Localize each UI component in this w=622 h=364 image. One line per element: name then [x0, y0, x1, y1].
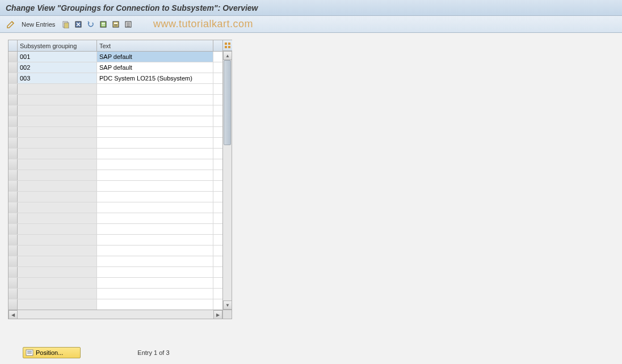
cell-subsystem-id[interactable]: 002 [18, 62, 97, 73]
table-row[interactable] [9, 84, 222, 95]
position-button[interactable]: Position... [23, 347, 81, 358]
cell-text[interactable] [97, 127, 213, 137]
table-row[interactable] [9, 105, 222, 116]
cell-text[interactable] [97, 105, 213, 116]
cell-text[interactable] [97, 278, 213, 288]
cell-subsystem-id[interactable] [18, 149, 97, 159]
cell-subsystem-id[interactable] [18, 127, 97, 137]
edit-icon[interactable] [6, 19, 16, 29]
cell-text[interactable] [97, 202, 213, 213]
cell-subsystem-id[interactable] [18, 84, 97, 94]
cell-subsystem-id[interactable] [18, 159, 97, 170]
horizontal-scrollbar[interactable]: ◀ ▶ [9, 310, 222, 319]
table-row[interactable] [9, 289, 222, 299]
vertical-scrollbar[interactable]: ▲ ▼ [222, 40, 232, 319]
scroll-track-horizontal[interactable] [18, 310, 213, 319]
row-selector[interactable] [9, 52, 18, 62]
table-row[interactable] [9, 159, 222, 170]
cell-text[interactable] [97, 116, 213, 126]
cell-text[interactable] [97, 213, 213, 223]
cell-subsystem-id[interactable]: 001 [18, 52, 97, 62]
row-selector[interactable] [9, 138, 18, 148]
table-row[interactable] [9, 116, 222, 127]
cell-text[interactable] [97, 84, 213, 94]
cell-subsystem-id[interactable] [18, 213, 97, 223]
table-settings-icon[interactable] [223, 40, 232, 51]
row-selector[interactable] [9, 267, 18, 277]
row-selector[interactable] [9, 170, 18, 180]
table-row[interactable] [9, 202, 222, 213]
scroll-thumb[interactable] [224, 60, 231, 145]
cell-subsystem-id[interactable] [18, 105, 97, 116]
table-row[interactable] [9, 138, 222, 149]
row-selector[interactable] [9, 278, 18, 288]
cell-text[interactable] [97, 159, 213, 170]
table-row[interactable] [9, 278, 222, 289]
cell-subsystem-id[interactable] [18, 181, 97, 191]
table-row[interactable] [9, 246, 222, 256]
table-row[interactable] [9, 267, 222, 278]
table-row[interactable] [9, 235, 222, 246]
cell-text[interactable] [97, 299, 213, 310]
row-selector[interactable] [9, 213, 18, 223]
cell-text[interactable]: SAP default [97, 62, 213, 73]
scroll-down-button[interactable]: ▼ [223, 300, 232, 310]
cell-subsystem-id[interactable] [18, 192, 97, 202]
cell-subsystem-id[interactable] [18, 289, 97, 299]
col-header-subsystem[interactable]: Subsystem grouping [18, 40, 97, 51]
table-row[interactable] [9, 95, 222, 105]
row-selector[interactable] [9, 127, 18, 137]
row-selector[interactable] [9, 62, 18, 73]
table-row[interactable]: 003PDC System LO215 (Subsystem) [9, 73, 222, 84]
cell-subsystem-id[interactable] [18, 278, 97, 288]
row-selector[interactable] [9, 192, 18, 202]
row-selector[interactable] [9, 84, 18, 94]
cell-subsystem-id[interactable] [18, 299, 97, 310]
cell-subsystem-id[interactable] [18, 170, 97, 180]
table-row[interactable] [9, 256, 222, 267]
cell-subsystem-id[interactable] [18, 116, 97, 126]
cell-text[interactable] [97, 181, 213, 191]
deselect-all-icon[interactable] [123, 19, 133, 29]
cell-subsystem-id[interactable] [18, 267, 97, 277]
cell-text[interactable] [97, 170, 213, 180]
row-selector[interactable] [9, 235, 18, 245]
cell-text[interactable] [97, 192, 213, 202]
cell-text[interactable]: PDC System LO215 (Subsystem) [97, 73, 213, 83]
row-selector[interactable] [9, 224, 18, 234]
cell-subsystem-id[interactable] [18, 246, 97, 256]
table-row[interactable] [9, 170, 222, 181]
row-selector[interactable] [9, 116, 18, 126]
row-selector[interactable] [9, 181, 18, 191]
row-selector[interactable] [9, 149, 18, 159]
scroll-track-vertical[interactable] [223, 60, 232, 300]
row-selector[interactable] [9, 95, 18, 105]
cell-text[interactable] [97, 267, 213, 277]
cell-text[interactable] [97, 149, 213, 159]
cell-text[interactable] [97, 235, 213, 245]
undo-icon[interactable] [86, 19, 96, 29]
cell-text[interactable]: SAP default [97, 52, 213, 62]
delete-icon[interactable] [73, 19, 83, 29]
cell-subsystem-id[interactable] [18, 95, 97, 105]
cell-text[interactable] [97, 256, 213, 266]
table-row[interactable] [9, 299, 222, 310]
row-selector[interactable] [9, 202, 18, 213]
table-row[interactable] [9, 149, 222, 159]
scroll-right-button[interactable]: ▶ [213, 310, 222, 319]
row-selector[interactable] [9, 159, 18, 170]
cell-subsystem-id[interactable] [18, 138, 97, 148]
table-row[interactable] [9, 127, 222, 138]
col-header-text[interactable]: Text [97, 40, 213, 51]
cell-subsystem-id[interactable]: 003 [18, 73, 97, 83]
cell-text[interactable] [97, 246, 213, 256]
table-row[interactable]: 002SAP default [9, 62, 222, 73]
cell-text[interactable] [97, 289, 213, 299]
table-row[interactable]: 001SAP default [9, 52, 222, 62]
row-selector[interactable] [9, 105, 18, 116]
cell-text[interactable] [97, 95, 213, 105]
select-block-icon[interactable] [111, 19, 121, 29]
cell-subsystem-id[interactable] [18, 256, 97, 266]
table-row[interactable] [9, 224, 222, 235]
table-row[interactable] [9, 213, 222, 224]
